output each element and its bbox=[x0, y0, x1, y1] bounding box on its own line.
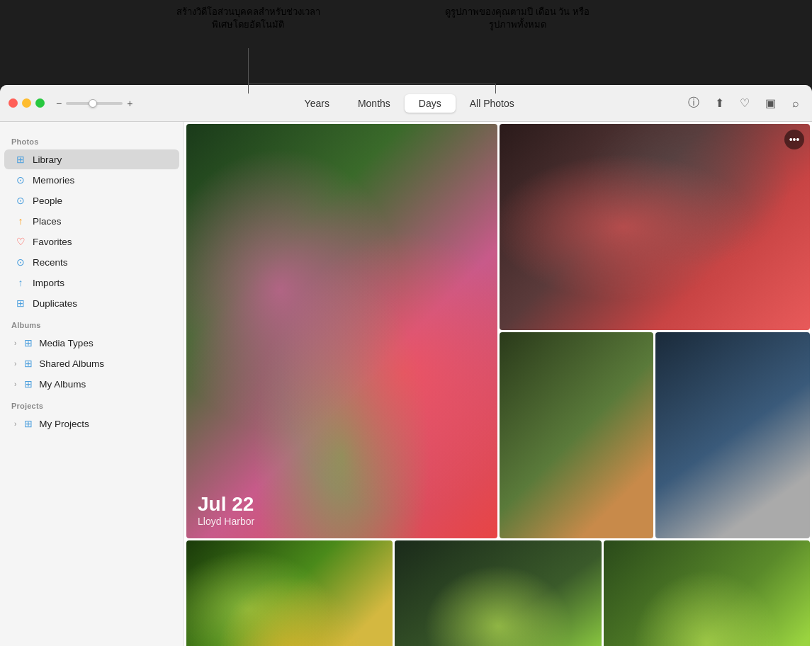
sidebar-item-imports[interactable]: ↑ Imports bbox=[4, 273, 179, 293]
callout-left: สร้างวิดีโอส่วนบุคคลสำหรับช่วงเวลาพิเศษโ… bbox=[170, 6, 326, 31]
favorites-icon: ♡ bbox=[14, 235, 27, 248]
close-button[interactable] bbox=[9, 98, 18, 108]
callout-line-left bbox=[248, 48, 249, 84]
sidebar-item-shared-albums[interactable]: › ⊞ Shared Albums bbox=[4, 353, 179, 373]
main-window: − + Years Months Days All Photos ⓘ ⬆ ♡ ▣… bbox=[0, 85, 812, 646]
fullscreen-button[interactable] bbox=[35, 98, 45, 108]
shared-albums-icon: ⊞ bbox=[22, 357, 35, 370]
chevron-icon: › bbox=[14, 339, 16, 347]
my-albums-icon: ⊞ bbox=[22, 378, 35, 390]
feature-photo[interactable]: Jul 22 Lloyd Harbor bbox=[186, 124, 497, 538]
sidebar-item-places[interactable]: ↑ Places bbox=[4, 211, 179, 231]
tab-months[interactable]: Months bbox=[344, 94, 405, 113]
duplicates-icon: ⊞ bbox=[14, 297, 27, 310]
feature-location: Lloyd Harbor bbox=[198, 516, 254, 527]
info-icon[interactable]: ⓘ bbox=[686, 96, 701, 111]
bottom-section bbox=[186, 540, 810, 646]
bottom-photo-2[interactable] bbox=[395, 540, 601, 646]
zoom-plus-button[interactable]: + bbox=[127, 98, 132, 108]
right-bottom-photo-1[interactable] bbox=[500, 332, 654, 538]
shared-albums-label: Shared Albums bbox=[39, 358, 104, 369]
my-albums-label: My Albums bbox=[39, 379, 86, 390]
tab-all-photos[interactable]: All Photos bbox=[456, 94, 529, 113]
sidebar-item-my-projects[interactable]: › ⊞ My Projects bbox=[4, 414, 179, 434]
projects-section-label: Projects bbox=[0, 395, 184, 413]
sidebar-item-favorites[interactable]: ♡ Favorites bbox=[4, 232, 179, 251]
sidebar-item-duplicates[interactable]: ⊞ Duplicates bbox=[4, 293, 179, 313]
nav-tabs: Years Months Days All Photos bbox=[147, 94, 672, 113]
recents-icon: ⊙ bbox=[14, 256, 27, 268]
sidebar-item-library[interactable]: ⊞ Library bbox=[4, 149, 179, 169]
people-label: People bbox=[33, 196, 62, 206]
main-content: Jul 22 Lloyd Harbor ••• bbox=[184, 122, 812, 646]
heart-icon[interactable]: ♡ bbox=[737, 96, 752, 111]
people-icon: ⊙ bbox=[14, 194, 27, 207]
duplicates-label: Duplicates bbox=[33, 298, 77, 309]
bottom-photo-1[interactable] bbox=[186, 540, 393, 646]
titlebar: − + Years Months Days All Photos ⓘ ⬆ ♡ ▣… bbox=[0, 85, 812, 122]
chevron-icon-4: › bbox=[14, 420, 16, 428]
memories-icon: ⊙ bbox=[14, 174, 27, 186]
share-icon[interactable]: ⬆ bbox=[711, 96, 727, 111]
right-column: ••• bbox=[500, 124, 811, 538]
my-projects-icon: ⊞ bbox=[22, 417, 35, 430]
imports-label: Imports bbox=[33, 278, 64, 288]
slideshow-icon[interactable]: ▣ bbox=[762, 96, 778, 111]
more-button[interactable]: ••• bbox=[784, 130, 804, 149]
search-icon[interactable]: ⌕ bbox=[788, 96, 803, 111]
places-icon: ↑ bbox=[14, 215, 27, 227]
memories-label: Memories bbox=[33, 175, 74, 186]
feature-date: Jul 22 bbox=[198, 493, 254, 516]
my-projects-label: My Projects bbox=[39, 419, 89, 429]
imports-icon: ↑ bbox=[14, 276, 27, 289]
sidebar-item-media-types[interactable]: › ⊞ Media Types bbox=[4, 333, 179, 353]
chevron-icon-3: › bbox=[14, 380, 16, 388]
sidebar: Photos ⊞ Library ⊙ Memories ⊙ People ↑ P… bbox=[0, 122, 184, 646]
minimize-button[interactable] bbox=[22, 98, 31, 108]
zoom-control: − + bbox=[56, 98, 132, 108]
library-label: Library bbox=[33, 154, 62, 165]
library-icon: ⊞ bbox=[14, 153, 27, 166]
zoom-slider[interactable] bbox=[66, 102, 123, 105]
callout-right: ดูรูปภาพของคุณตามปี เดือน วัน หรือรูปภาพ… bbox=[432, 6, 602, 31]
media-types-label: Media Types bbox=[39, 338, 93, 348]
media-types-icon: ⊞ bbox=[22, 336, 35, 349]
tab-years[interactable]: Years bbox=[291, 94, 344, 113]
feature-photo-image bbox=[186, 124, 497, 538]
sidebar-item-memories[interactable]: ⊙ Memories bbox=[4, 170, 179, 190]
right-bottom-photo-2[interactable] bbox=[655, 332, 810, 538]
zoom-slider-thumb[interactable] bbox=[89, 99, 97, 108]
bottom-photo-3[interactable] bbox=[604, 540, 810, 646]
sidebar-item-my-albums[interactable]: › ⊞ My Albums bbox=[4, 374, 179, 394]
places-label: Places bbox=[33, 216, 62, 227]
recents-label: Recents bbox=[33, 257, 68, 268]
right-top-photo-image bbox=[500, 124, 811, 330]
chevron-icon-2: › bbox=[14, 360, 16, 368]
traffic-lights bbox=[9, 98, 45, 108]
right-bottom-photos bbox=[500, 332, 811, 538]
top-section: Jul 22 Lloyd Harbor ••• bbox=[186, 124, 810, 538]
photos-section-label: Photos bbox=[0, 130, 184, 149]
body: Photos ⊞ Library ⊙ Memories ⊙ People ↑ P… bbox=[0, 122, 812, 646]
feature-photo-label: Jul 22 Lloyd Harbor bbox=[198, 493, 254, 527]
toolbar-icons: ⓘ ⬆ ♡ ▣ ⌕ bbox=[686, 96, 803, 111]
tab-days[interactable]: Days bbox=[405, 94, 456, 113]
right-top-photo[interactable]: ••• bbox=[500, 124, 811, 330]
zoom-minus-button[interactable]: − bbox=[56, 98, 62, 108]
sidebar-item-recents[interactable]: ⊙ Recents bbox=[4, 252, 179, 272]
favorites-label: Favorites bbox=[33, 237, 72, 247]
sidebar-item-people[interactable]: ⊙ People bbox=[4, 191, 179, 210]
albums-section-label: Albums bbox=[0, 314, 184, 332]
